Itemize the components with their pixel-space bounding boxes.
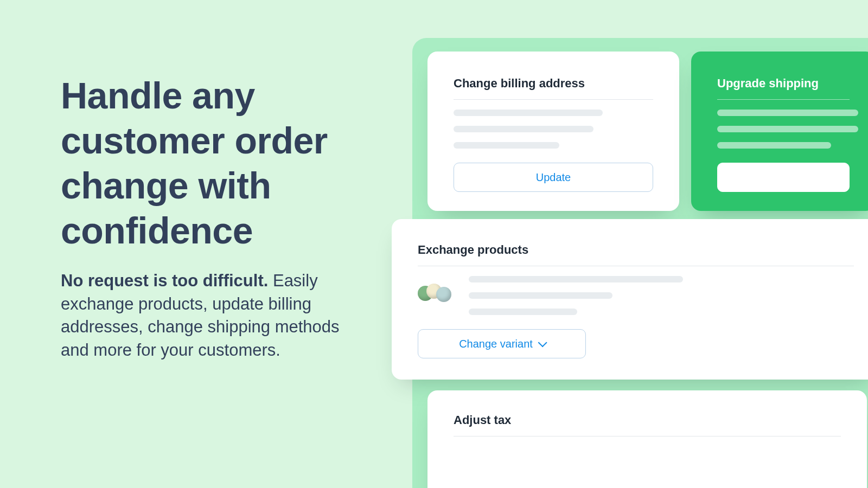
skeleton-line	[717, 110, 858, 116]
skeleton-line	[469, 292, 612, 299]
hero-copy: Handle any customer order change with co…	[61, 73, 343, 362]
divider	[454, 436, 841, 436]
shipping-cta-button[interactable]	[717, 163, 850, 192]
update-button-label: Update	[536, 171, 571, 184]
skeleton-line	[717, 142, 831, 149]
divider	[418, 266, 854, 266]
product-ball-icon	[436, 287, 451, 302]
card-title-shipping: Upgrade shipping	[717, 76, 850, 91]
hero-subhead: No request is too difficult. Easily exch…	[61, 269, 343, 362]
card-title-billing: Change billing address	[454, 76, 653, 91]
hero-headline: Handle any customer order change with co…	[61, 73, 343, 253]
card-change-billing: Change billing address Update	[427, 52, 679, 211]
update-button[interactable]: Update	[454, 163, 653, 192]
hero-subhead-lead: No request is too difficult.	[61, 271, 268, 290]
cards-stage: Change billing address Update Upgrade sh…	[412, 38, 868, 488]
chevron-down-icon	[538, 338, 547, 347]
skeleton-line	[717, 126, 858, 132]
card-title-exchange: Exchange products	[418, 243, 854, 257]
skeleton-line	[454, 126, 593, 132]
skeleton-line	[454, 110, 603, 116]
change-variant-button[interactable]: Change variant	[418, 329, 586, 358]
card-title-tax: Adjust tax	[454, 413, 841, 427]
skeleton-line	[469, 276, 683, 282]
skeleton-line	[454, 142, 559, 149]
card-adjust-tax: Adjust tax	[427, 390, 867, 488]
skeleton-line	[469, 309, 577, 315]
divider	[454, 99, 653, 100]
divider	[717, 99, 850, 100]
product-thumbnail	[418, 280, 456, 305]
card-exchange-products: Exchange products Change variant	[392, 219, 868, 380]
card-upgrade-shipping: Upgrade shipping	[691, 52, 868, 211]
change-variant-label: Change variant	[459, 338, 533, 350]
